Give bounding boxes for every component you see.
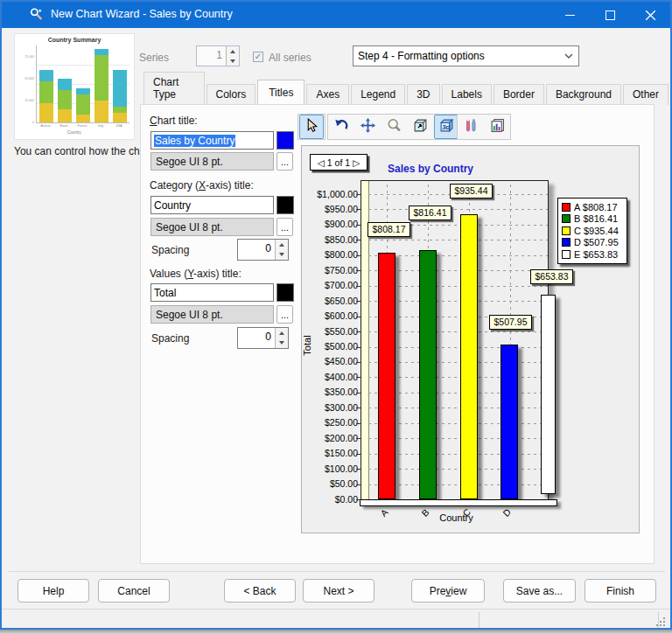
tools-icon	[464, 118, 479, 136]
xaxis-spacing-down[interactable]	[276, 250, 288, 261]
chart-thumbnail: Country Summary Country 025,00050,00075,…	[14, 33, 135, 140]
back-button[interactable]: < Back	[224, 579, 296, 603]
select-cursor-button[interactable]	[299, 115, 324, 139]
finish-button[interactable]: Finish	[584, 579, 656, 603]
legend-item[interactable]: E $653.83	[562, 248, 623, 261]
close-button[interactable]	[630, 2, 670, 28]
thumb-bar-segment	[58, 90, 72, 109]
xaxis-font-button[interactable]: Segoe UI 8 pt.	[150, 218, 274, 236]
legend-label: B $816.41	[574, 213, 618, 224]
chevron-down-icon	[559, 53, 578, 59]
tab-3d[interactable]: 3D	[407, 84, 439, 105]
thumb-bar-segment	[113, 113, 127, 122]
xaxis-title-input[interactable]: Country	[150, 196, 274, 214]
next-page-icon[interactable]: ▷	[353, 157, 360, 168]
move-icon	[360, 118, 375, 136]
yaxis-font-button[interactable]: Segoe UI 8 pt.	[150, 305, 274, 324]
zoom-button[interactable]	[382, 115, 406, 139]
series-spinner[interactable]: 1	[196, 45, 240, 66]
bar-C[interactable]	[460, 214, 478, 499]
bar-E[interactable]	[541, 295, 556, 494]
thumb-xtick-label: USA	[110, 124, 128, 128]
tab-axes[interactable]: Axes	[306, 84, 349, 105]
thumb-bar-segment	[76, 88, 90, 94]
gallery-button[interactable]	[485, 115, 509, 139]
series-label: Series	[139, 52, 169, 64]
move-button[interactable]	[355, 115, 380, 139]
chart-title-color-swatch[interactable]	[276, 131, 294, 150]
tab-page-titles: Chart title: Sales by Country Segoe UI 8…	[140, 104, 654, 564]
thumb-bar-segment	[113, 70, 127, 106]
legend-item[interactable]: B $816.41	[562, 213, 623, 226]
yaxis-spacing-up[interactable]	[276, 328, 288, 338]
tab-labels[interactable]: Labels	[442, 84, 492, 105]
tab-titles[interactable]: Titles	[257, 80, 304, 106]
y-axis-tick-label: $450.00	[311, 356, 358, 366]
thumb-bar-segment	[76, 115, 90, 122]
xaxis-spacing-up[interactable]	[276, 240, 288, 250]
yaxis-spacing-down[interactable]	[276, 338, 288, 349]
bar-D[interactable]	[500, 345, 518, 499]
cancel-button[interactable]: Cancel	[98, 579, 170, 603]
yaxis-color-swatch[interactable]	[276, 283, 294, 302]
legend-item[interactable]: A $808.17	[562, 201, 623, 213]
maximize-button[interactable]	[590, 2, 630, 28]
thumb-xtick-label: Brazil	[55, 124, 73, 128]
wizard-dialog: New Chart Wizard - Sales by Country Coun…	[0, 0, 672, 630]
tab-border[interactable]: Border	[494, 84, 544, 105]
legend-item[interactable]: D $507.95	[562, 237, 623, 249]
chart-title-font-button[interactable]: Segoe UI 8 pt.	[150, 152, 274, 171]
y-axis-tick-label: $100.00	[311, 463, 358, 474]
series-spinner-down[interactable]	[227, 56, 239, 66]
minimize-button[interactable]	[550, 2, 590, 28]
tab-colors[interactable]: Colors	[206, 84, 256, 105]
y-axis-tick-label: $500.00	[311, 341, 358, 352]
thumbnail-xaxis-title: Country	[15, 130, 134, 135]
all-series-checkbox[interactable]: ✓	[253, 52, 263, 62]
maximize-icon	[606, 10, 615, 20]
help-button[interactable]: Help	[18, 579, 89, 603]
y-axis-tick	[356, 393, 360, 394]
yaxis-title-input-value: Total	[154, 287, 176, 299]
data-label-E: $653.83	[530, 269, 573, 284]
tools-button[interactable]	[458, 115, 483, 139]
next-button[interactable]: Next >	[303, 579, 374, 603]
minimize-icon	[565, 15, 575, 16]
bar-B[interactable]	[419, 250, 437, 499]
tab-other[interactable]: Other	[623, 84, 668, 105]
series-spinner-up[interactable]	[227, 46, 239, 56]
prev-page-icon[interactable]: ◁	[318, 157, 325, 168]
undo-button[interactable]	[329, 115, 354, 139]
xaxis-font-more-button[interactable]: ...	[276, 218, 293, 236]
chart-title-font-more-button[interactable]: ...	[276, 152, 293, 171]
preview-button[interactable]: Preview	[411, 579, 485, 603]
y-axis-tick	[356, 347, 360, 348]
step-dropdown[interactable]: Step 4 - Formatting options	[353, 45, 579, 66]
legend-item[interactable]: C $935.44	[562, 225, 623, 237]
bar-A[interactable]	[378, 253, 396, 499]
depth-button[interactable]	[408, 115, 432, 139]
tab-legend[interactable]: Legend	[351, 84, 405, 105]
window-drop-shadow	[0, 630, 672, 634]
tab-chart-type[interactable]: Chart Type	[144, 72, 205, 105]
chart-title-input-value: Sales by Country	[154, 135, 235, 147]
3d-view-button[interactable]: 3d	[434, 115, 458, 139]
yaxis-title-input[interactable]: Total	[150, 283, 274, 302]
y-axis-tick-label: $1,000.00	[311, 189, 358, 199]
y-axis-tick	[356, 209, 360, 210]
chart-legend[interactable]: A $808.17B $816.41C $935.44D $507.95E $6…	[557, 198, 627, 264]
save-as-button[interactable]: Save as...	[503, 579, 576, 603]
xaxis-color-swatch[interactable]	[276, 196, 294, 214]
resize-grip[interactable]	[656, 617, 665, 626]
gallery-icon	[490, 118, 505, 136]
tab-background[interactable]: Background	[546, 84, 621, 105]
yaxis-font-more-button[interactable]: ...	[276, 305, 293, 324]
thumb-bar-segment	[39, 103, 53, 122]
xaxis-spacing-spinner[interactable]: 0	[237, 239, 289, 261]
y-axis-tick-label: $300.00	[311, 402, 358, 413]
legend-swatch	[562, 214, 570, 223]
yaxis-spacing-spinner[interactable]: 0	[237, 327, 289, 349]
y-axis-tick	[356, 225, 360, 226]
chart-title-input[interactable]: Sales by Country	[150, 131, 274, 150]
depth-icon	[413, 118, 428, 136]
